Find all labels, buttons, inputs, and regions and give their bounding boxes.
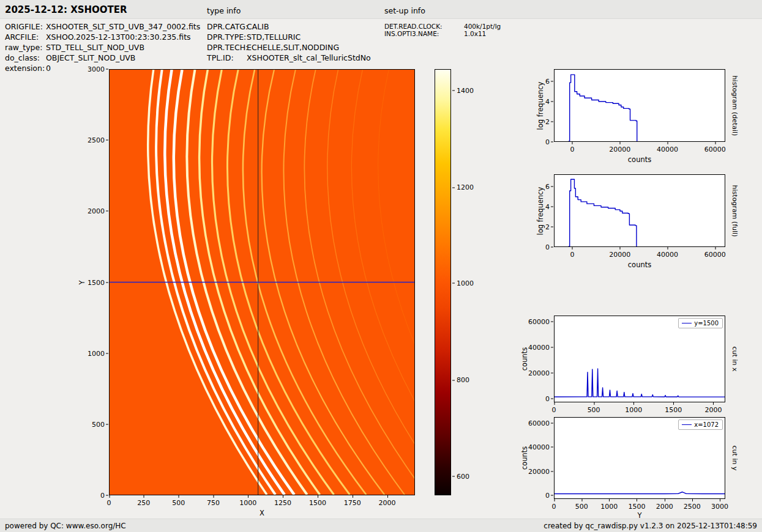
origfile-value: XSHOOTER_SLT_STD_UVB_347_0002.fits [46, 22, 200, 31]
main-x-tick: 1500 [309, 499, 326, 507]
raw-frame-plot: Y X 0 250 500 750 1000 1250 1500 1750 20… [109, 69, 415, 495]
cut-in-x-curve [555, 316, 725, 402]
readclock-value: 400k/1pt/lg [464, 23, 501, 30]
cut-x-x-tick: 2000 [704, 406, 722, 414]
hist-full-x-axis-label: counts [628, 260, 651, 269]
plot-frame: x=1072 [554, 417, 725, 499]
readclock-label: DET.READ.CLOCK: [384, 23, 443, 30]
cut-y-y-tick: 0 [545, 492, 550, 500]
main-y-tick: 1000 [88, 349, 105, 357]
cut-y-x-tick: 3000 [711, 503, 728, 511]
main-x-axis-label: X [260, 509, 264, 517]
rawtype-label: raw_type: [5, 43, 42, 52]
type-info-heading: type info [207, 6, 241, 15]
hist-detail-x-tick: 20000 [609, 146, 630, 153]
plot-frame [554, 69, 725, 142]
cut-y-y-axis-label: counts [520, 446, 529, 470]
page-title: 2025-12-12: XSHOOTER [5, 4, 127, 15]
tplid-value: XSHOOTER_slt_cal_TelluricStdNo [247, 53, 371, 62]
origfile-label: ORIGFILE: [5, 22, 43, 31]
hist-full-y-tick: 6 [545, 182, 550, 190]
colorbar-gradient [435, 69, 451, 495]
cut-x-x-tick: 0 [552, 406, 556, 414]
legend-label: x=1072 [694, 421, 719, 428]
setup-info-heading: set-up info [384, 6, 425, 15]
hist-full-x-tick: 60000 [704, 251, 726, 259]
cut-x-x-tick: 500 [588, 406, 600, 414]
dprtech-label: DPR.TECH: [207, 43, 248, 52]
plot-frame: y=1500 [554, 316, 725, 402]
dprtech-value: ECHELLE,SLIT,NODDING [247, 43, 339, 52]
cut-x-y-tick: 0 [545, 394, 550, 402]
powered-by-text: powered by QC: www.eso.org/HC [5, 522, 126, 530]
main-y-tick: 3000 [88, 65, 105, 73]
hist-detail-y-tick: 2 [545, 117, 550, 125]
histogram-detail-curve [555, 70, 725, 141]
cut-y-right-label: cut in y [731, 446, 739, 471]
cut-y-x-tick: 2000 [656, 503, 673, 511]
extension-value: 0 [46, 64, 51, 73]
main-x-tick: 750 [207, 499, 220, 507]
colorbar-tick: 600 [457, 472, 469, 480]
cut-x-y-tick: 40000 [528, 344, 550, 352]
hist-detail-x-axis-label: counts [628, 155, 651, 164]
cut-y-x-tick: 1500 [628, 503, 645, 511]
colorbar-tick: 1000 [457, 279, 474, 287]
dprtype-value: STD,TELLURIC [247, 32, 301, 42]
hist-detail-x-tick: 40000 [657, 146, 678, 153]
cut-in-x-plot: y=1500 counts cut in x X 0 500 1000 1500… [554, 316, 725, 402]
cut-y-y-tick: 20000 [528, 467, 550, 475]
cut-x-y-axis-label: counts [520, 347, 529, 371]
created-by-text: created by qc_rawdisp.py v1.2.3 on 2025-… [543, 522, 757, 530]
hist-full-right-label: histogram (full) [731, 185, 739, 237]
main-y-tick: 0 [100, 492, 105, 500]
dprcatg-value: CALIB [247, 22, 269, 31]
hist-full-y-axis-label: log frequency [536, 187, 545, 235]
hist-detail-x-tick: 0 [570, 146, 574, 153]
main-y-tick: 1500 [88, 278, 105, 286]
histogram-full-plot: log frequency histogram (full) counts 0 … [554, 174, 725, 247]
cut-in-y-legend: x=1072 [678, 419, 723, 430]
histogram-full-curve [555, 175, 725, 246]
cut-x-right-label: cut in x [731, 347, 739, 372]
hist-full-y-tick: 0 [545, 243, 550, 251]
main-x-tick: 2000 [379, 499, 396, 507]
rawtype-value: STD_TELL_SLIT_NOD_UVB [46, 43, 144, 52]
hist-detail-y-tick: 6 [545, 77, 550, 85]
footer-bar: powered by QC: www.eso.org/HC created by… [0, 519, 762, 532]
cut-y-x-tick: 500 [575, 503, 588, 511]
doclass-label: do_class: [5, 53, 40, 62]
colorbar-tick: 800 [457, 376, 469, 384]
hist-full-x-tick: 40000 [657, 251, 678, 259]
main-y-tick: 500 [92, 420, 105, 428]
arcfile-value: XSHOO.2025-12-13T00:23:30.235.fits [46, 32, 191, 42]
hist-full-y-tick: 4 [545, 202, 550, 210]
cut-y-y-tick: 60000 [528, 419, 550, 427]
colorbar-tick: 1400 [457, 86, 474, 94]
hist-detail-y-tick: 0 [545, 138, 550, 146]
raw-frame-image [109, 69, 415, 495]
opti3-label: INS.OPTI3.NAME: [384, 30, 439, 37]
cut-y-x-tick: 2500 [684, 503, 701, 511]
tplid-label: TPL.ID: [207, 53, 234, 62]
hist-detail-right-label: histogram (detail) [731, 75, 739, 136]
legend-line-sample [682, 323, 692, 323]
cut-y-y-tick: 40000 [528, 443, 550, 451]
main-x-tick: 0 [107, 499, 111, 507]
cut-x-y-tick: 60000 [528, 318, 550, 326]
main-x-tick: 1000 [239, 499, 256, 507]
main-x-tick: 500 [172, 499, 185, 507]
cut-in-x-legend: y=1500 [678, 318, 723, 328]
legend-line-sample [682, 424, 692, 425]
main-x-tick: 1750 [344, 499, 361, 507]
dprtype-label: DPR.TYPE: [207, 32, 246, 42]
hist-full-x-tick: 20000 [609, 251, 630, 259]
doclass-value: OBJECT_SLIT_NOD_UVB [46, 53, 135, 62]
cut-x-x-tick: 1000 [625, 406, 642, 414]
main-y-axis-label: Y [78, 280, 86, 284]
cut-y-x-tick: 1000 [600, 503, 618, 511]
cut-y-x-tick: 0 [552, 503, 556, 511]
hist-detail-x-tick: 60000 [704, 146, 726, 153]
header-bar: 2025-12-12: XSHOOTER type info set-up in… [0, 0, 762, 19]
main-y-tick: 2500 [88, 136, 105, 144]
